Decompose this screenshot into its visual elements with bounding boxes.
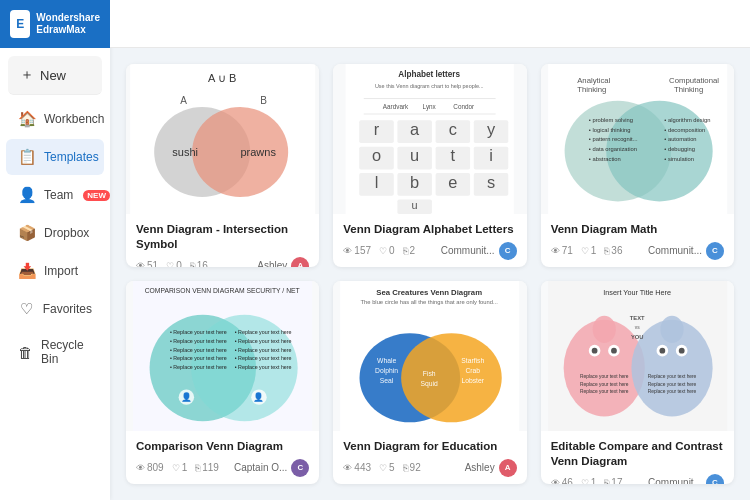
views-stat: 👁 443	[343, 462, 371, 473]
card-meta: 👁 51 ♡ 0 ⎘ 16 Ashley A	[136, 257, 309, 267]
copy-icon: ⎘	[403, 246, 408, 256]
card-thumbnail: A ∪ B A B sushi prawns	[126, 64, 319, 214]
template-card-card2[interactable]: Alphabet letters Use this Venn diagram c…	[333, 64, 526, 267]
card-meta: 👁 71 ♡ 1 ⎘ 36 Communit... C	[551, 242, 724, 260]
svg-text:i: i	[490, 146, 494, 164]
copies-stat: ⎘ 17	[604, 477, 622, 484]
card-info: Comparison Venn Diagram 👁 809 ♡ 1 ⎘ 119	[126, 431, 319, 483]
svg-text:The blue circle has all the th: The blue circle has all the things that …	[361, 299, 499, 305]
template-card-card5[interactable]: Sea Creatures Venn Diagram The blue circ…	[333, 281, 526, 484]
svg-text:• Replace your text here: • Replace your text here	[170, 329, 227, 335]
heart-icon: ♡	[172, 463, 180, 473]
copy-icon: ⎘	[190, 261, 195, 267]
template-card-card4[interactable]: COMPARISON VENN DIAGRAM SECURITY / NET •…	[126, 281, 319, 484]
sidebar: E Wondershare EdrawMax ＋ New 🏠 Workbench…	[0, 0, 110, 500]
sidebar-item-label: Team	[44, 188, 73, 202]
svg-text:Lynx: Lynx	[423, 103, 437, 111]
svg-text:YOU: YOU	[631, 334, 644, 340]
sidebar-item-dropbox[interactable]: 📦 Dropbox	[6, 215, 104, 251]
template-card-card3[interactable]: Analytical Thinking Computational Thinki…	[541, 64, 734, 267]
svg-text:• logical thinking: • logical thinking	[588, 127, 630, 133]
sidebar-item-recycle[interactable]: 🗑 Recycle Bin	[6, 329, 104, 375]
svg-text:o: o	[372, 146, 381, 164]
svg-text:Insert Your Title Here: Insert Your Title Here	[603, 288, 671, 297]
favorites-icon: ♡	[18, 300, 35, 318]
svg-text:• simulation: • simulation	[664, 156, 694, 162]
eye-icon: 👁	[343, 246, 352, 256]
copies-stat: ⎘ 92	[403, 462, 421, 473]
svg-text:r: r	[374, 120, 380, 138]
sidebar-item-favorites[interactable]: ♡ Favorites	[6, 291, 104, 327]
svg-text:• abstraction: • abstraction	[588, 156, 620, 162]
copies-count: 92	[410, 462, 421, 473]
svg-text:• Replace your text here: • Replace your text here	[170, 347, 227, 353]
app-logo: E Wondershare EdrawMax	[0, 0, 110, 48]
author-info: Communit... C	[441, 242, 517, 260]
svg-text:Use this Venn diagram chart to: Use this Venn diagram chart to help peop…	[375, 83, 484, 89]
svg-text:Replace your text here: Replace your text here	[647, 389, 696, 394]
logo-icon: E	[10, 10, 30, 38]
svg-text:• Replace your text here: • Replace your text here	[170, 355, 227, 361]
likes-stat: ♡ 0	[379, 245, 395, 256]
sidebar-item-workbench[interactable]: 🏠 Workbench	[6, 101, 104, 137]
templates-icon: 📋	[18, 148, 36, 166]
svg-point-101	[659, 348, 665, 354]
templates-grid: A ∪ B A B sushi prawns Venn Diagram - In…	[110, 48, 750, 500]
copies-count: 16	[197, 260, 208, 267]
main-content: A ∪ B A B sushi prawns Venn Diagram - In…	[110, 0, 750, 500]
eye-icon: 👁	[136, 463, 145, 473]
svg-text:u: u	[412, 199, 418, 211]
svg-text:• problem solving: • problem solving	[588, 117, 632, 123]
new-badge: NEW	[83, 190, 110, 201]
author-info: Communit... C	[648, 242, 724, 260]
eye-icon: 👁	[136, 261, 145, 267]
card-thumbnail: Alphabet letters Use this Venn diagram c…	[333, 64, 526, 214]
eye-icon: 👁	[551, 478, 560, 484]
copies-count: 36	[611, 245, 622, 256]
svg-text:Condor: Condor	[454, 103, 476, 110]
svg-text:Replace your text here: Replace your text here	[580, 389, 629, 394]
card-stats: 👁 46 ♡ 1 ⎘ 17	[551, 477, 623, 484]
svg-point-95	[591, 348, 597, 354]
sidebar-item-templates[interactable]: 📋 Templates	[6, 139, 104, 175]
template-card-card1[interactable]: A ∪ B A B sushi prawns Venn Diagram - In…	[126, 64, 319, 267]
copies-count: 2	[410, 245, 416, 256]
svg-text:• algorithm design: • algorithm design	[664, 117, 710, 123]
svg-text:• Replace your text here: • Replace your text here	[235, 329, 292, 335]
author-name: Communit...	[441, 245, 495, 256]
svg-text:Crab: Crab	[466, 367, 481, 374]
svg-text:Sea Creatures Venn Diagram: Sea Creatures Venn Diagram	[377, 288, 483, 297]
svg-text:• Replace your text here: • Replace your text here	[235, 338, 292, 344]
svg-point-93	[592, 316, 615, 343]
svg-text:y: y	[487, 120, 496, 138]
svg-text:a: a	[410, 120, 420, 138]
author-name: Captain O...	[234, 462, 287, 473]
card-title: Venn Diagram Alphabet Letters	[343, 222, 516, 237]
author-name: Communit...	[648, 245, 702, 256]
svg-text:Starfish: Starfish	[462, 357, 485, 364]
likes-stat: ♡ 1	[581, 245, 597, 256]
author-info: Captain O... C	[234, 459, 309, 477]
new-button[interactable]: ＋ New	[8, 56, 102, 95]
template-card-card6[interactable]: Insert Your Title Here Replace your text…	[541, 281, 734, 484]
svg-text:👤: 👤	[181, 391, 192, 403]
heart-icon: ♡	[581, 246, 589, 256]
likes-count: 0	[176, 260, 182, 267]
svg-text:t: t	[451, 146, 456, 164]
author-avatar: A	[499, 459, 517, 477]
card-title: Editable Compare and Contrast Venn Diagr…	[551, 439, 724, 469]
author-avatar: A	[291, 257, 309, 267]
views-stat: 👁 809	[136, 462, 164, 473]
card-stats: 👁 809 ♡ 1 ⎘ 119	[136, 462, 219, 473]
author-avatar: C	[706, 474, 724, 484]
sidebar-item-label: Recycle Bin	[41, 338, 92, 366]
sidebar-item-import[interactable]: 📥 Import	[6, 253, 104, 289]
copies-stat: ⎘ 16	[190, 260, 208, 267]
likes-count: 1	[591, 477, 597, 484]
card-meta: 👁 809 ♡ 1 ⎘ 119 Captain O... C	[136, 459, 309, 477]
plus-icon: ＋	[20, 66, 34, 84]
sidebar-item-team[interactable]: 👤 Team NEW	[6, 177, 104, 213]
svg-text:• data organization: • data organization	[588, 146, 636, 152]
svg-text:Replace your text here: Replace your text here	[647, 382, 696, 387]
author-avatar: C	[291, 459, 309, 477]
